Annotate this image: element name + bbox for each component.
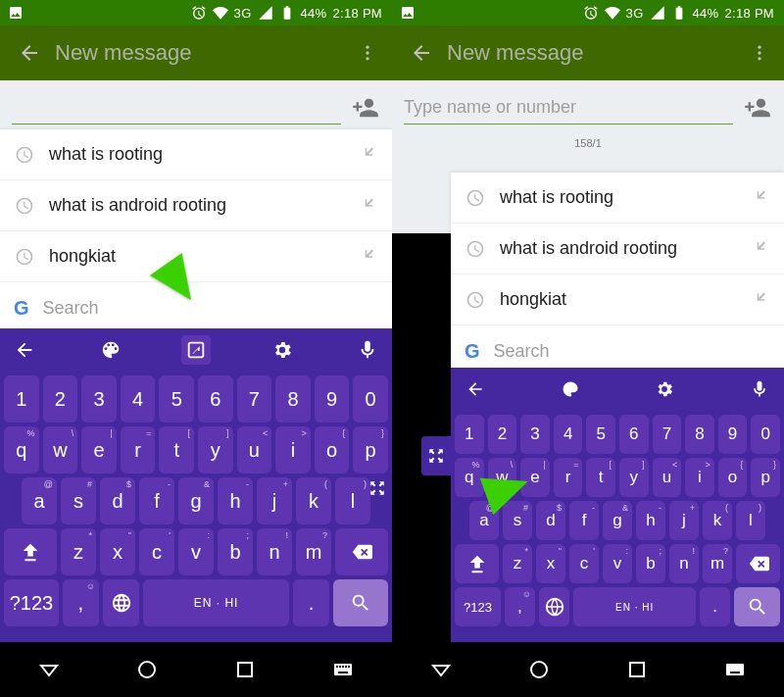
key-i[interactable]: >i [685,458,714,497]
shift-key[interactable] [4,528,57,575]
overflow-menu-button[interactable] [745,33,774,73]
nav-back-button[interactable] [24,650,74,689]
key-0[interactable]: 0 [751,415,780,454]
key-l[interactable]: )l [335,477,370,524]
theme-icon[interactable] [96,335,125,365]
key-p[interactable]: }p [353,426,388,473]
settings-icon[interactable] [268,335,297,365]
key-3[interactable]: 3 [520,415,550,454]
expand-keyboard-icon[interactable] [368,479,386,501]
insert-arrow-icon[interactable] [357,246,378,268]
key-t[interactable]: [t [159,426,194,473]
overflow-menu-button[interactable] [353,33,382,73]
nav-home-button[interactable] [514,650,564,689]
key-d[interactable]: $d [100,477,135,524]
symbols-key[interactable]: ?123 [455,587,501,626]
period-key[interactable]: . [700,587,730,626]
settings-icon[interactable] [650,374,679,404]
key-6[interactable]: 6 [619,415,649,454]
key-q[interactable]: %q [455,458,484,497]
insert-arrow-icon[interactable] [749,187,770,209]
comma-key[interactable]: ☺, [505,587,535,626]
search-key[interactable] [734,587,780,626]
key-v[interactable]: :v [178,528,214,575]
key-b[interactable]: ;b [636,544,665,583]
key-b[interactable]: ;b [218,528,253,575]
expand-keyboard-button[interactable] [421,436,451,475]
search-key[interactable] [333,579,388,626]
key-u[interactable]: <u [653,458,682,497]
key-u[interactable]: <u [237,426,272,473]
key-7[interactable]: 7 [237,375,272,423]
kb-back-button[interactable] [10,335,39,365]
key-a[interactable]: @a [22,477,57,524]
key-8[interactable]: 8 [275,375,311,423]
nav-keyboard-button[interactable] [318,650,368,689]
one-handed-mode-icon[interactable] [181,335,211,365]
period-key[interactable]: . [293,579,329,626]
key-f[interactable]: -f [139,477,174,524]
key-p[interactable]: }p [751,458,780,497]
key-9[interactable]: 9 [718,415,748,454]
key-s[interactable]: #s [503,501,532,540]
key-5[interactable]: 5 [586,415,615,454]
key-7[interactable]: 7 [653,415,682,454]
key-6[interactable]: 6 [198,375,233,423]
add-contact-button[interactable] [351,93,380,123]
shift-key[interactable] [455,544,499,583]
space-key[interactable]: EN · HI [143,579,289,626]
key-0[interactable]: 0 [353,375,388,423]
suggestion-item[interactable]: what is android rooting [451,224,784,274]
key-w[interactable]: \w [43,426,78,473]
key-4[interactable]: 4 [121,375,156,423]
kb-back-button[interactable] [461,374,490,404]
key-a[interactable]: @a [469,501,499,540]
back-button[interactable] [10,33,49,73]
key-w[interactable]: \w [488,458,517,497]
key-y[interactable]: ]y [619,458,649,497]
back-button[interactable] [402,33,441,73]
key-4[interactable]: 4 [554,415,583,454]
key-1[interactable]: 1 [455,415,484,454]
key-l[interactable]: )l [736,501,765,540]
mic-icon[interactable] [353,335,382,365]
key-k[interactable]: (k [296,477,331,524]
key-r[interactable]: =r [554,458,583,497]
key-2[interactable]: 2 [43,375,78,423]
key-q[interactable]: %q [4,426,39,473]
space-key[interactable]: EN · HI [573,587,696,626]
key-5[interactable]: 5 [159,375,194,423]
key-s[interactable]: #s [61,477,96,524]
key-v[interactable]: :v [603,544,632,583]
key-g[interactable]: &g [603,501,632,540]
key-t[interactable]: [t [586,458,615,497]
insert-arrow-icon[interactable] [749,238,770,260]
key-c[interactable]: 'c [139,528,174,575]
key-9[interactable]: 9 [315,375,350,423]
suggestion-item[interactable]: what is android rooting [0,180,392,231]
nav-recent-button[interactable] [612,650,662,689]
key-m[interactable]: ?m [703,544,732,583]
add-contact-button[interactable] [743,93,772,123]
key-x[interactable]: "x [100,528,135,575]
backspace-key[interactable] [335,528,388,575]
key-h[interactable]: -h [636,501,665,540]
comma-key[interactable]: ☺, [63,579,99,626]
key-g[interactable]: &g [178,477,214,524]
key-f[interactable]: -f [569,501,599,540]
key-e[interactable]: |e [81,426,117,473]
symbols-key[interactable]: ?123 [4,579,59,626]
key-n[interactable]: !n [257,528,292,575]
key-k[interactable]: (k [703,501,732,540]
key-o[interactable]: {o [315,426,350,473]
backspace-key[interactable] [736,544,780,583]
key-y[interactable]: ]y [198,426,233,473]
nav-home-button[interactable] [122,650,172,689]
suggestion-item[interactable]: hongkiat [0,231,392,282]
recipient-input[interactable] [404,91,733,124]
language-key[interactable] [539,587,569,626]
recipient-input[interactable] [12,91,341,124]
mic-icon[interactable] [745,374,774,404]
theme-icon[interactable] [556,374,585,404]
key-h[interactable]: -h [218,477,253,524]
